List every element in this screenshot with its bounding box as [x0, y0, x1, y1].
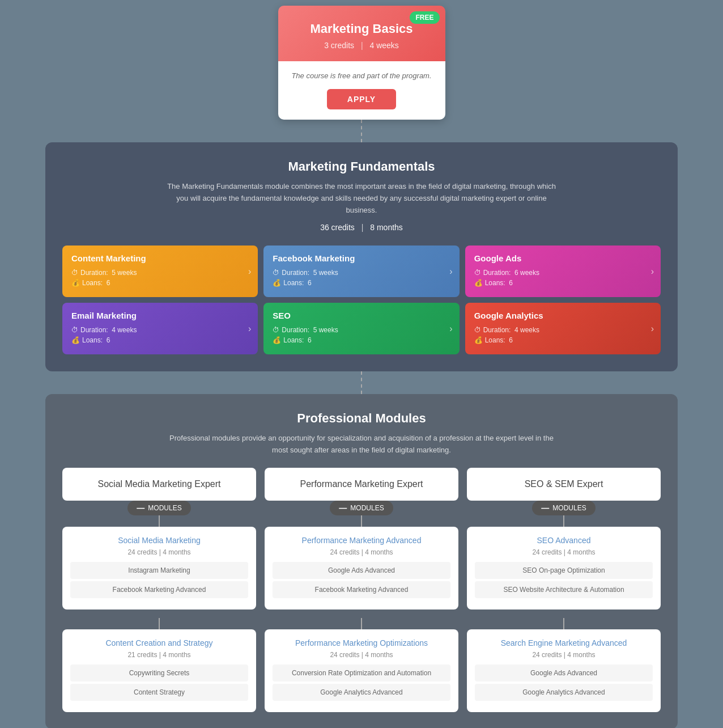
- connector-2: [361, 371, 362, 394]
- module-card-loans-1: 💰 Loans: 6: [273, 279, 450, 287]
- toggle-label-0: MODULES: [148, 504, 181, 512]
- module-card-arrow-0: ›: [248, 266, 251, 277]
- toggle-minus-2: —: [541, 503, 549, 513]
- free-card: FREE Marketing Basics 3 credits | 4 week…: [278, 6, 445, 120]
- sub-connector-1-0: [361, 515, 362, 527]
- modules-toggle-2[interactable]: — MODULES: [532, 501, 595, 515]
- pro-course-card-0-1: Content Creation and Strategy21 credits …: [62, 629, 256, 712]
- pro-course-title-1-1: Performance Marketing Optimizations: [273, 638, 450, 647]
- professional-description: Professional modules provide an opportun…: [163, 433, 560, 456]
- connector-1: [361, 120, 362, 142]
- module-card-loans-2: 💰 Loans: 6: [474, 279, 652, 287]
- free-card-header: FREE Marketing Basics 3 credits | 4 week…: [278, 6, 445, 61]
- pro-course-meta-0-0: 24 credits | 4 months: [70, 548, 248, 556]
- module-card-title-5: Google Analytics: [474, 311, 652, 320]
- pro-column-header-2: SEO & SEM Expert: [467, 468, 661, 501]
- pro-course-item-0-1-0: Copywriting Secrets: [70, 664, 248, 682]
- sub-connector-0-1: [159, 618, 160, 629]
- module-card-title-2: Google Ads: [474, 253, 652, 263]
- module-card-arrow-1: ›: [449, 266, 452, 277]
- pro-course-meta-2-1: 24 credits | 4 months: [475, 651, 653, 659]
- pro-column-2: SEO & SEM Expert— MODULESSEO Advanced24 …: [467, 468, 661, 712]
- free-card-title: Marketing Basics: [290, 22, 434, 36]
- modules-toggle-1[interactable]: — MODULES: [330, 501, 393, 515]
- pro-course-card-1-1: Performance Marketing Optimizations24 cr…: [265, 629, 458, 712]
- toggle-minus-1: —: [339, 503, 347, 513]
- pro-course-item-0-1-1: Content Strategy: [70, 684, 248, 701]
- module-card-0[interactable]: Content Marketing ⏱ Duration: 5 weeks 💰 …: [62, 246, 258, 297]
- module-card-duration-3: ⏱ Duration: 4 weeks: [71, 326, 249, 334]
- module-card-1[interactable]: Facebook Marketing ⏱ Duration: 5 weeks 💰…: [263, 246, 459, 297]
- toggle-label-1: MODULES: [350, 504, 384, 512]
- module-card-2[interactable]: Google Ads ⏱ Duration: 6 weeks 💰 Loans: …: [465, 246, 661, 297]
- separator: |: [362, 223, 364, 232]
- pro-course-item-1-0-0: Google Ads Advanced: [273, 562, 450, 579]
- pro-course-title-0-0: Social Media Marketing: [70, 536, 248, 545]
- pro-course-title-2-1: Search Engine Marketing Advanced: [475, 638, 653, 647]
- sub-connector-1-1: [361, 618, 362, 629]
- sub-connector-2-0: [563, 515, 564, 527]
- pro-course-item-2-0-0: SEO On-page Optimization: [475, 562, 653, 579]
- pro-course-item-2-0-1: SEO Website Architecture & Automation: [475, 581, 653, 598]
- module-card-title-0: Content Marketing: [71, 253, 249, 263]
- pro-course-card-1-0: Performance Marketing Advanced24 credits…: [265, 527, 458, 610]
- free-card-body: The course is free and part of the progr…: [278, 61, 445, 120]
- module-card-5[interactable]: Google Analytics ⏱ Duration: 4 weeks 💰 L…: [465, 303, 661, 354]
- sub-connector-0-0: [159, 515, 160, 527]
- module-card-duration-5: ⏱ Duration: 4 weeks: [474, 326, 652, 334]
- pro-column-header-1: Performance Marketing Expert: [265, 468, 458, 501]
- pro-course-card-2-0: SEO Advanced24 credits | 4 monthsSEO On-…: [467, 527, 661, 610]
- module-card-arrow-2: ›: [651, 266, 654, 277]
- module-card-duration-4: ⏱ Duration: 5 weeks: [273, 326, 450, 334]
- pro-course-card-2-1: Search Engine Marketing Advanced24 credi…: [467, 629, 661, 712]
- pro-course-item-2-1-1: Google Analytics Advanced: [475, 684, 653, 701]
- module-card-loans-0: 💰 Loans: 6: [71, 279, 249, 287]
- pro-course-item-1-0-1: Facebook Marketing Advanced: [273, 581, 450, 598]
- free-card-meta: 3 credits | 4 weeks: [290, 41, 434, 50]
- free-card-credits: 3 credits: [324, 41, 354, 50]
- module-card-arrow-5: ›: [651, 324, 654, 334]
- free-badge: FREE: [410, 11, 439, 24]
- module-card-loans-3: 💰 Loans: 6: [71, 336, 249, 344]
- toggle-label-2: MODULES: [552, 504, 586, 512]
- module-card-4[interactable]: SEO ⏱ Duration: 5 weeks 💰 Loans: 6 ›: [263, 303, 459, 354]
- module-card-arrow-3: ›: [248, 324, 251, 334]
- pro-column-header-0: Social Media Marketing Expert: [62, 468, 256, 501]
- sub-connector-2-1: [563, 618, 564, 629]
- fundamentals-months: 8 months: [370, 223, 403, 232]
- module-card-title-3: Email Marketing: [71, 311, 249, 320]
- pro-course-item-1-1-1: Google Analytics Advanced: [273, 684, 450, 701]
- fundamentals-modules-grid: Content Marketing ⏱ Duration: 5 weeks 💰 …: [62, 246, 661, 354]
- pro-column-0: Social Media Marketing Expert— MODULESSo…: [62, 468, 256, 712]
- free-card-weeks: 4 weeks: [369, 41, 398, 50]
- pro-course-item-2-1-0: Google Ads Advanced: [475, 664, 653, 682]
- separator: |: [361, 41, 363, 50]
- pro-course-meta-1-0: 24 credits | 4 months: [273, 548, 450, 556]
- module-card-3[interactable]: Email Marketing ⏱ Duration: 4 weeks 💰 Lo…: [62, 303, 258, 354]
- fundamentals-section: Marketing Fundamentals The Marketing Fun…: [45, 142, 678, 371]
- module-card-duration-2: ⏱ Duration: 6 weeks: [474, 269, 652, 277]
- pro-course-meta-2-0: 24 credits | 4 months: [475, 548, 653, 556]
- professional-title: Professional Modules: [62, 411, 661, 426]
- pro-course-item-0-0-1: Facebook Marketing Advanced: [70, 581, 248, 598]
- pro-course-item-0-0-0: Instagram Marketing: [70, 562, 248, 579]
- toggle-minus-0: —: [137, 503, 144, 513]
- module-card-duration-0: ⏱ Duration: 5 weeks: [71, 269, 249, 277]
- fundamentals-title: Marketing Fundamentals: [62, 159, 661, 174]
- pro-course-title-0-1: Content Creation and Strategy: [70, 638, 248, 647]
- module-card-duration-1: ⏱ Duration: 5 weeks: [273, 269, 450, 277]
- pro-course-card-0-0: Social Media Marketing24 credits | 4 mon…: [62, 527, 256, 610]
- module-card-arrow-4: ›: [449, 324, 452, 334]
- apply-button[interactable]: APPLY: [327, 89, 396, 109]
- fundamentals-credits: 36 credits: [320, 223, 355, 232]
- fundamentals-meta: 36 credits | 8 months: [62, 223, 661, 232]
- module-card-loans-5: 💰 Loans: 6: [474, 336, 652, 344]
- pro-course-meta-1-1: 24 credits | 4 months: [273, 651, 450, 659]
- pro-course-meta-0-1: 21 credits | 4 months: [70, 651, 248, 659]
- pro-course-title-2-0: SEO Advanced: [475, 536, 653, 545]
- pro-course-title-1-0: Performance Marketing Advanced: [273, 536, 450, 545]
- modules-toggle-0[interactable]: — MODULES: [127, 501, 190, 515]
- professional-modules-grid: Social Media Marketing Expert— MODULESSo…: [62, 468, 661, 712]
- free-card-description: The course is free and part of the progr…: [290, 71, 434, 80]
- module-card-title-4: SEO: [273, 311, 450, 320]
